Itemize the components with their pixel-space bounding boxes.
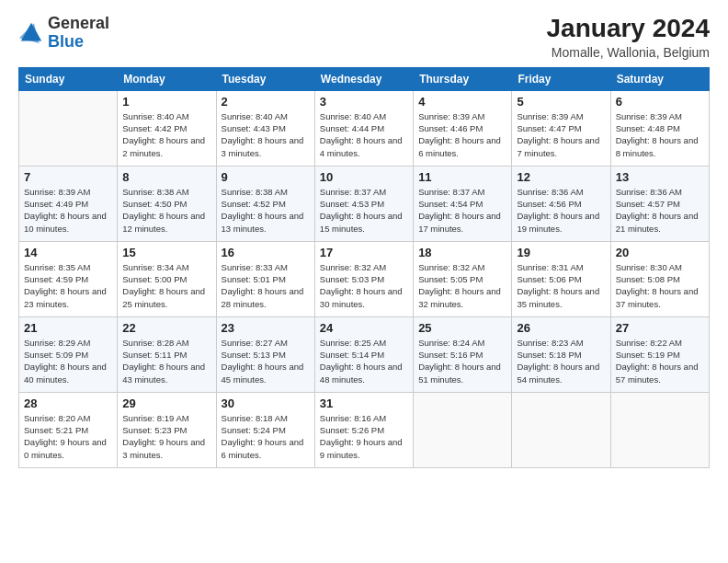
- week-row-4: 28Sunrise: 8:20 AMSunset: 5:21 PMDayligh…: [19, 392, 710, 467]
- logo-text: General Blue: [48, 15, 109, 52]
- day-number: 19: [517, 246, 605, 259]
- day-cell: [414, 392, 512, 467]
- calendar: Sunday Monday Tuesday Wednesday Thursday…: [18, 67, 710, 468]
- day-number: 29: [122, 396, 210, 410]
- day-number: 31: [320, 396, 408, 410]
- logo-general: General: [48, 14, 109, 32]
- day-number: 11: [418, 170, 506, 184]
- day-number: 16: [222, 246, 310, 259]
- day-cell: [610, 392, 709, 467]
- day-info: Sunrise: 8:32 AMSunset: 5:05 PMDaylight:…: [418, 261, 506, 310]
- day-number: 4: [418, 95, 506, 109]
- day-cell: 19Sunrise: 8:31 AMSunset: 5:06 PMDayligh…: [512, 241, 610, 316]
- day-cell: 17Sunrise: 8:32 AMSunset: 5:03 PMDayligh…: [314, 241, 413, 316]
- day-number: 3: [320, 95, 408, 109]
- location-subtitle: Momalle, Wallonia, Belgium: [547, 45, 710, 60]
- col-saturday: Saturday: [610, 67, 709, 90]
- day-info: Sunrise: 8:38 AMSunset: 4:52 PMDaylight:…: [222, 186, 310, 235]
- day-cell: 2Sunrise: 8:40 AMSunset: 4:43 PMDaylight…: [216, 90, 314, 166]
- day-info: Sunrise: 8:37 AMSunset: 4:54 PMDaylight:…: [418, 186, 506, 235]
- calendar-body: 1Sunrise: 8:40 AMSunset: 4:42 PMDaylight…: [19, 90, 710, 467]
- day-info: Sunrise: 8:27 AMSunset: 5:13 PMDaylight:…: [222, 337, 310, 385]
- day-number: 23: [222, 321, 310, 335]
- day-cell: 21Sunrise: 8:29 AMSunset: 5:09 PMDayligh…: [19, 316, 118, 392]
- day-info: Sunrise: 8:39 AMSunset: 4:46 PMDaylight:…: [418, 110, 506, 159]
- day-info: Sunrise: 8:36 AMSunset: 4:57 PMDaylight:…: [616, 186, 704, 235]
- header-row: Sunday Monday Tuesday Wednesday Thursday…: [19, 67, 710, 90]
- day-cell: [19, 90, 118, 166]
- day-number: 17: [320, 246, 408, 259]
- logo-blue: Blue: [48, 32, 84, 51]
- col-sunday: Sunday: [19, 67, 118, 90]
- logo: General Blue: [18, 15, 109, 52]
- logo-icon: [18, 20, 44, 46]
- day-info: Sunrise: 8:18 AMSunset: 5:24 PMDaylight:…: [222, 412, 310, 461]
- day-info: Sunrise: 8:31 AMSunset: 5:06 PMDaylight:…: [517, 261, 605, 310]
- day-number: 12: [517, 170, 605, 184]
- day-info: Sunrise: 8:39 AMSunset: 4:47 PMDaylight:…: [517, 110, 605, 159]
- col-monday: Monday: [118, 67, 216, 90]
- day-cell: 30Sunrise: 8:18 AMSunset: 5:24 PMDayligh…: [216, 392, 314, 467]
- day-cell: 31Sunrise: 8:16 AMSunset: 5:26 PMDayligh…: [314, 392, 413, 467]
- week-row-0: 1Sunrise: 8:40 AMSunset: 4:42 PMDaylight…: [19, 90, 710, 166]
- day-info: Sunrise: 8:22 AMSunset: 5:19 PMDaylight:…: [616, 337, 704, 385]
- day-cell: 15Sunrise: 8:34 AMSunset: 5:00 PMDayligh…: [118, 241, 216, 316]
- day-number: 6: [616, 95, 704, 109]
- day-cell: 18Sunrise: 8:32 AMSunset: 5:05 PMDayligh…: [414, 241, 512, 316]
- day-cell: 13Sunrise: 8:36 AMSunset: 4:57 PMDayligh…: [610, 166, 709, 241]
- day-info: Sunrise: 8:40 AMSunset: 4:44 PMDaylight:…: [320, 110, 408, 159]
- day-cell: [512, 392, 610, 467]
- day-cell: 12Sunrise: 8:36 AMSunset: 4:56 PMDayligh…: [512, 166, 610, 241]
- day-info: Sunrise: 8:39 AMSunset: 4:48 PMDaylight:…: [616, 110, 704, 159]
- col-thursday: Thursday: [414, 67, 512, 90]
- day-info: Sunrise: 8:19 AMSunset: 5:23 PMDaylight:…: [122, 412, 210, 461]
- day-info: Sunrise: 8:35 AMSunset: 4:59 PMDaylight:…: [24, 261, 112, 310]
- day-number: 5: [517, 95, 605, 109]
- day-number: 30: [222, 396, 310, 410]
- day-number: 8: [122, 170, 210, 184]
- day-cell: 8Sunrise: 8:38 AMSunset: 4:50 PMDaylight…: [118, 166, 216, 241]
- day-cell: 25Sunrise: 8:24 AMSunset: 5:16 PMDayligh…: [414, 316, 512, 392]
- week-row-2: 14Sunrise: 8:35 AMSunset: 4:59 PMDayligh…: [19, 241, 710, 316]
- header: General Blue January 2024 Momalle, Wallo…: [18, 15, 710, 60]
- day-number: 1: [122, 95, 210, 109]
- month-title: January 2024: [547, 15, 710, 43]
- day-cell: 3Sunrise: 8:40 AMSunset: 4:44 PMDaylight…: [314, 90, 413, 166]
- week-row-1: 7Sunrise: 8:39 AMSunset: 4:49 PMDaylight…: [19, 166, 710, 241]
- col-wednesday: Wednesday: [314, 67, 413, 90]
- day-number: 13: [616, 170, 704, 184]
- day-number: 18: [418, 246, 506, 259]
- day-info: Sunrise: 8:37 AMSunset: 4:53 PMDaylight:…: [320, 186, 408, 235]
- day-number: 2: [222, 95, 310, 109]
- day-info: Sunrise: 8:29 AMSunset: 5:09 PMDaylight:…: [24, 337, 112, 385]
- day-info: Sunrise: 8:30 AMSunset: 5:08 PMDaylight:…: [616, 261, 704, 310]
- page: General Blue January 2024 Momalle, Wallo…: [0, 0, 728, 563]
- day-number: 9: [222, 170, 310, 184]
- col-tuesday: Tuesday: [216, 67, 314, 90]
- day-cell: 14Sunrise: 8:35 AMSunset: 4:59 PMDayligh…: [19, 241, 118, 316]
- day-cell: 29Sunrise: 8:19 AMSunset: 5:23 PMDayligh…: [118, 392, 216, 467]
- day-cell: 16Sunrise: 8:33 AMSunset: 5:01 PMDayligh…: [216, 241, 314, 316]
- day-info: Sunrise: 8:25 AMSunset: 5:14 PMDaylight:…: [320, 337, 408, 385]
- calendar-header: Sunday Monday Tuesday Wednesday Thursday…: [19, 67, 710, 90]
- day-cell: 9Sunrise: 8:38 AMSunset: 4:52 PMDaylight…: [216, 166, 314, 241]
- day-cell: 26Sunrise: 8:23 AMSunset: 5:18 PMDayligh…: [512, 316, 610, 392]
- day-number: 28: [24, 396, 112, 410]
- day-cell: 11Sunrise: 8:37 AMSunset: 4:54 PMDayligh…: [414, 166, 512, 241]
- day-cell: 4Sunrise: 8:39 AMSunset: 4:46 PMDaylight…: [414, 90, 512, 166]
- day-info: Sunrise: 8:34 AMSunset: 5:00 PMDaylight:…: [122, 261, 210, 310]
- day-number: 24: [320, 321, 408, 335]
- day-cell: 27Sunrise: 8:22 AMSunset: 5:19 PMDayligh…: [610, 316, 709, 392]
- day-info: Sunrise: 8:20 AMSunset: 5:21 PMDaylight:…: [24, 412, 112, 461]
- day-info: Sunrise: 8:40 AMSunset: 4:42 PMDaylight:…: [122, 110, 210, 159]
- title-block: January 2024 Momalle, Wallonia, Belgium: [547, 15, 710, 60]
- day-number: 27: [616, 321, 704, 335]
- day-info: Sunrise: 8:39 AMSunset: 4:49 PMDaylight:…: [24, 186, 112, 235]
- day-info: Sunrise: 8:23 AMSunset: 5:18 PMDaylight:…: [517, 337, 605, 385]
- day-cell: 6Sunrise: 8:39 AMSunset: 4:48 PMDaylight…: [610, 90, 709, 166]
- week-row-3: 21Sunrise: 8:29 AMSunset: 5:09 PMDayligh…: [19, 316, 710, 392]
- col-friday: Friday: [512, 67, 610, 90]
- day-cell: 20Sunrise: 8:30 AMSunset: 5:08 PMDayligh…: [610, 241, 709, 316]
- day-number: 20: [616, 246, 704, 259]
- day-number: 10: [320, 170, 408, 184]
